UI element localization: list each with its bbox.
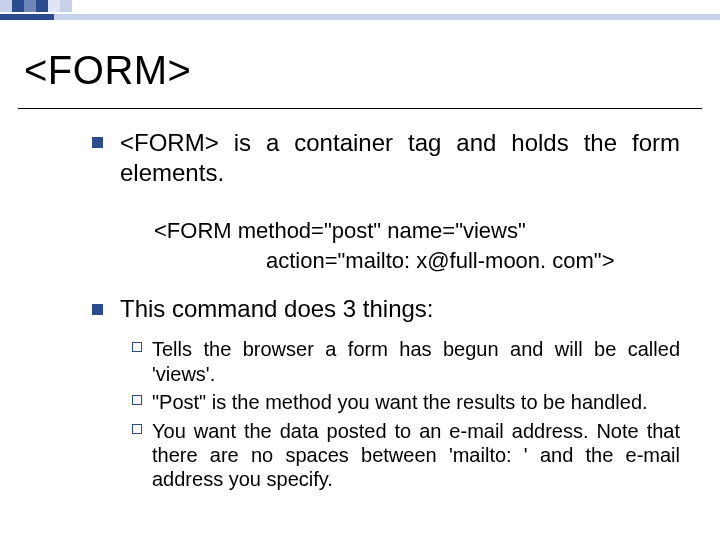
bullet-text: You want the data posted to an e-mail ad… — [152, 420, 680, 491]
hollow-square-bullet-icon — [132, 395, 142, 405]
code-example: <FORM method="post" name="views" action=… — [92, 216, 680, 275]
square-bullet-icon — [92, 137, 103, 148]
code-line: action="mailto: x@full-moon. com"> — [154, 246, 680, 276]
bullet-text: <FORM> is a container tag and holds the … — [120, 129, 680, 186]
bullet-level2: Tells the browser a form has begun and w… — [132, 337, 680, 386]
square-bullet-icon — [92, 304, 103, 315]
bullet-level2: You want the data posted to an e-mail ad… — [132, 419, 680, 492]
bullet-text: This command does 3 things: — [120, 295, 434, 322]
title-underline — [18, 108, 702, 109]
sub-bullet-list: Tells the browser a form has begun and w… — [92, 337, 680, 491]
bullet-text: Tells the browser a form has begun and w… — [152, 338, 680, 384]
bullet-level1: This command does 3 things: — [92, 295, 680, 323]
bullet-text: "Post" is the method you want the result… — [152, 391, 648, 413]
hollow-square-bullet-icon — [132, 424, 142, 434]
header-decoration — [0, 0, 720, 22]
slide-body: <FORM> is a container tag and holds the … — [92, 128, 680, 496]
deco-bar-dark — [0, 14, 54, 20]
hollow-square-bullet-icon — [132, 342, 142, 352]
deco-square — [60, 0, 72, 12]
deco-bar-light — [54, 14, 720, 20]
deco-square — [12, 0, 24, 12]
deco-square — [24, 0, 36, 12]
deco-square — [0, 0, 12, 12]
slide-title: <FORM> — [24, 48, 191, 93]
deco-square — [36, 0, 48, 12]
bullet-level2: "Post" is the method you want the result… — [132, 390, 680, 414]
slide: <FORM> <FORM> is a container tag and hol… — [0, 0, 720, 540]
code-line: <FORM method="post" name="views" — [154, 216, 680, 246]
bullet-level1: <FORM> is a container tag and holds the … — [92, 128, 680, 188]
deco-square — [48, 0, 60, 12]
